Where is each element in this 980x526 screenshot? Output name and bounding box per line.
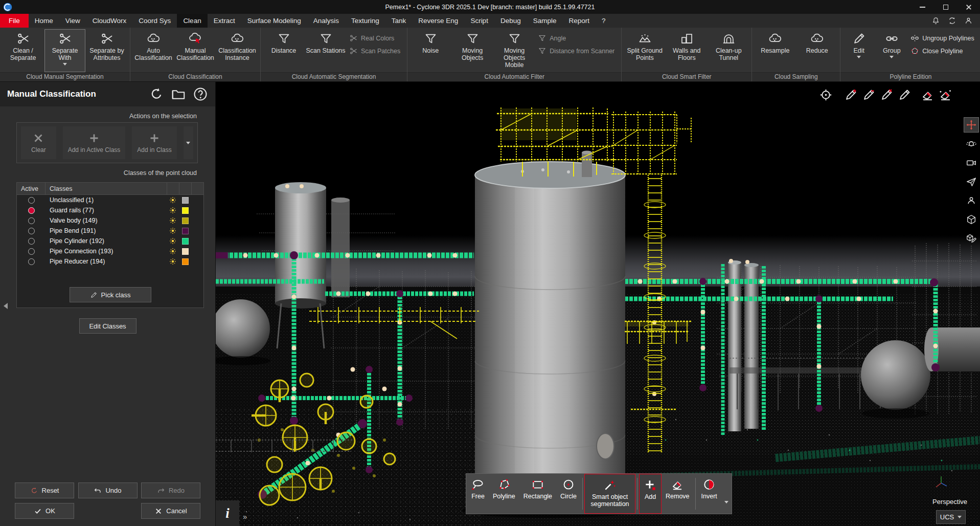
class-color-swatch[interactable]	[182, 207, 189, 214]
class-row[interactable]: Pipe Reducer (194)	[17, 256, 203, 267]
menu-tab-clean[interactable]: Clean	[177, 14, 207, 28]
distance-from-scanner-button[interactable]: Distance from Scanner	[538, 47, 614, 55]
add-in-class-dropdown[interactable]	[184, 126, 193, 159]
class-color-swatch[interactable]	[182, 197, 189, 204]
noise-button[interactable]: Noise	[410, 29, 451, 72]
distance-button[interactable]: Distance	[263, 29, 304, 72]
reset-view-icon[interactable]	[149, 86, 164, 102]
circle-selection-button[interactable]: Circle	[556, 474, 581, 514]
moving-objects-mobile-button[interactable]: Moving Objects Mobile	[494, 29, 535, 72]
sync-icon[interactable]	[948, 16, 956, 25]
fly-mode-button[interactable]	[964, 174, 978, 189]
point-cloud-scene[interactable]	[216, 82, 980, 526]
edit-polyline-button[interactable]: Edit	[843, 29, 875, 72]
pick-class-button[interactable]: Pick class	[70, 287, 151, 302]
class-row[interactable]: Pipe Connection (193)	[17, 246, 203, 256]
clean-separate-button[interactable]: Clean / Separate	[3, 29, 43, 72]
clear-selection-button[interactable]: Clear	[21, 126, 56, 159]
active-radio[interactable]	[28, 228, 35, 234]
active-radio[interactable]	[28, 217, 35, 224]
visibility-sun-icon[interactable]	[170, 228, 176, 234]
add-selection-button[interactable]: Add	[639, 474, 662, 514]
user-account-icon[interactable]	[964, 16, 973, 25]
ucs-selector[interactable]: UCS	[936, 510, 966, 524]
moving-objects-button[interactable]: Moving Objects	[452, 29, 493, 72]
classification-instance-button[interactable]: Classification Instance	[217, 29, 258, 72]
toolbar-expand-chevron[interactable]	[724, 503, 728, 511]
viewport-3d[interactable]: Free Polyline Rectangle Circle Smart obj…	[216, 82, 980, 526]
move-tool-button[interactable]	[964, 118, 978, 132]
ungroup-polylines-button[interactable]: Ungroup Polylines	[910, 34, 974, 42]
close-polyline-button[interactable]: Close Polyline	[910, 47, 974, 55]
camera-view-button[interactable]	[964, 156, 978, 170]
class-color-swatch[interactable]	[182, 228, 189, 234]
cancel-button[interactable]: Cancel	[141, 503, 200, 519]
class-color-swatch[interactable]	[182, 217, 189, 224]
close-button[interactable]	[957, 0, 980, 14]
group-polyline-button[interactable]: Group	[876, 29, 907, 72]
minimize-button[interactable]	[911, 0, 934, 14]
panel-collapse-arrow[interactable]	[1, 303, 8, 309]
active-radio[interactable]	[28, 238, 35, 245]
menu-tab-debug[interactable]: Debug	[494, 14, 527, 28]
visibility-sun-icon[interactable]	[170, 217, 176, 224]
menu-tab-extract[interactable]: Extract	[208, 14, 241, 28]
info-expand-chevron[interactable]: »	[243, 512, 247, 521]
rectangle-selection-button[interactable]: Rectangle	[519, 474, 556, 514]
open-folder-icon[interactable]	[171, 86, 186, 102]
visibility-sun-icon[interactable]	[170, 207, 176, 213]
orbit-tool-button[interactable]	[964, 137, 978, 151]
add-in-active-class-button[interactable]: Add in Active Class	[63, 126, 125, 159]
maximize-button[interactable]	[934, 0, 957, 14]
selection-pen-remove-icon[interactable]	[862, 88, 876, 102]
free-selection-button[interactable]: Free	[467, 474, 489, 514]
smart-object-segmentation-button[interactable]: Smart object segmentation	[584, 474, 635, 514]
separate-with-button[interactable]: Separate With	[44, 29, 85, 72]
menu-tab-coordsys[interactable]: Coord Sys	[132, 14, 177, 28]
visibility-sun-icon[interactable]	[170, 238, 176, 244]
edit-classes-button[interactable]: Edit Classes	[79, 318, 136, 334]
manual-classification-button[interactable]: Manual Classification	[175, 29, 216, 72]
visibility-sun-icon[interactable]	[170, 248, 176, 254]
resample-button[interactable]: Resample	[755, 29, 795, 72]
visibility-sun-icon[interactable]	[170, 258, 176, 265]
edit-view-button[interactable]	[964, 231, 978, 246]
reduce-button[interactable]: Reduce	[796, 29, 837, 72]
menu-tab-analysis[interactable]: Analysis	[307, 14, 345, 28]
menu-tab-cloudworx[interactable]: CloudWorx	[86, 14, 133, 28]
erase-outside-icon[interactable]	[939, 88, 952, 102]
standard-views-button[interactable]	[964, 212, 978, 227]
class-row-selected[interactable]: Guard rails (77)	[17, 205, 203, 215]
class-row[interactable]: Valve body (149)	[17, 215, 203, 226]
class-row[interactable]: Unclassified (1)	[17, 195, 203, 205]
class-color-swatch[interactable]	[182, 258, 189, 265]
menu-tab-tank[interactable]: Tank	[385, 14, 413, 28]
menu-tab-report[interactable]: Report	[562, 14, 596, 28]
separate-by-attributes-button[interactable]: Separate by Attributes	[86, 29, 127, 72]
center-target-icon[interactable]	[819, 88, 833, 102]
auto-classification-button[interactable]: Auto Classification	[133, 29, 174, 72]
notifications-bell-icon[interactable]	[931, 16, 940, 25]
scan-patches-button[interactable]: Scan Patches	[349, 47, 400, 55]
walls-and-floors-button[interactable]: Walls and Floors	[666, 29, 707, 72]
invert-selection-button[interactable]: Invert	[697, 474, 721, 514]
menu-tab-script[interactable]: Script	[464, 14, 494, 28]
undo-button[interactable]: Undo	[78, 483, 138, 498]
clean-up-tunnel-button[interactable]: Clean-up Tunnel	[708, 29, 749, 72]
info-box[interactable]: i	[216, 500, 239, 526]
class-row[interactable]: Pipe Cylinder (192)	[17, 236, 203, 246]
menu-tab-texturing[interactable]: Texturing	[345, 14, 385, 28]
menu-tab-view[interactable]: View	[59, 14, 86, 28]
split-ground-points-button[interactable]: Split Ground Points	[624, 29, 665, 72]
walk-mode-button[interactable]	[964, 193, 978, 208]
menu-tab-help[interactable]: ?	[596, 14, 612, 28]
visibility-sun-icon[interactable]	[170, 197, 176, 203]
active-radio[interactable]	[28, 258, 35, 265]
polyline-selection-button[interactable]: Polyline	[489, 474, 519, 514]
menu-tab-sample[interactable]: Sample	[527, 14, 563, 28]
reset-button[interactable]: Reset	[15, 483, 74, 498]
scan-stations-button[interactable]: Scan Stations	[305, 29, 346, 72]
menu-tab-surface-modeling[interactable]: Surface Modeling	[241, 14, 307, 28]
angle-button[interactable]: Angle	[538, 34, 614, 42]
help-icon[interactable]	[193, 86, 208, 102]
